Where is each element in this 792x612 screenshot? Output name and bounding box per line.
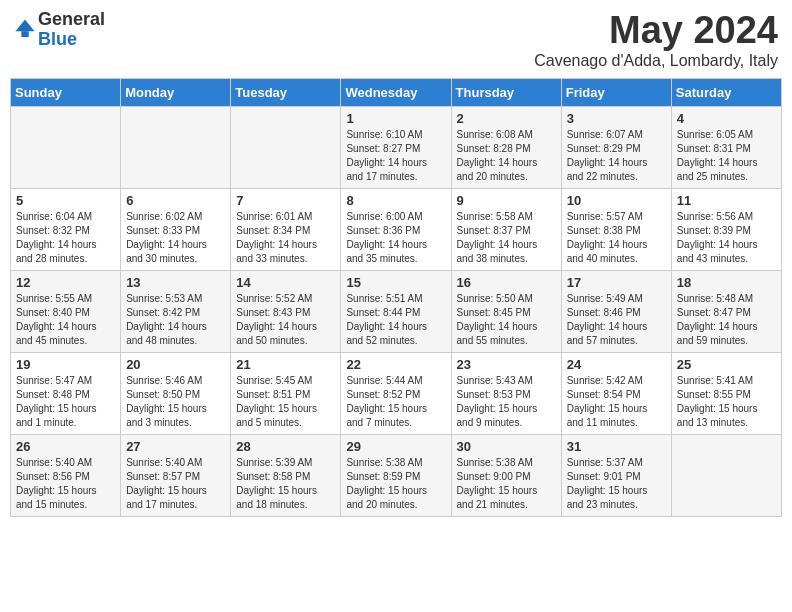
day-number: 7 xyxy=(236,193,335,208)
day-info: Sunrise: 6:10 AM Sunset: 8:27 PM Dayligh… xyxy=(346,128,445,184)
day-number: 24 xyxy=(567,357,666,372)
day-info: Sunrise: 5:43 AM Sunset: 8:53 PM Dayligh… xyxy=(457,374,556,430)
day-number: 13 xyxy=(126,275,225,290)
calendar-cell: 28Sunrise: 5:39 AM Sunset: 8:58 PM Dayli… xyxy=(231,434,341,516)
calendar-week-row: 5Sunrise: 6:04 AM Sunset: 8:32 PM Daylig… xyxy=(11,188,782,270)
day-number: 12 xyxy=(16,275,115,290)
day-number: 28 xyxy=(236,439,335,454)
title-block: May 2024 Cavenago d'Adda, Lombardy, Ital… xyxy=(534,10,778,70)
weekday-header: Tuesday xyxy=(231,78,341,106)
calendar-cell: 18Sunrise: 5:48 AM Sunset: 8:47 PM Dayli… xyxy=(671,270,781,352)
calendar-cell: 3Sunrise: 6:07 AM Sunset: 8:29 PM Daylig… xyxy=(561,106,671,188)
weekday-header: Wednesday xyxy=(341,78,451,106)
day-number: 5 xyxy=(16,193,115,208)
calendar-cell: 7Sunrise: 6:01 AM Sunset: 8:34 PM Daylig… xyxy=(231,188,341,270)
day-info: Sunrise: 5:48 AM Sunset: 8:47 PM Dayligh… xyxy=(677,292,776,348)
day-number: 15 xyxy=(346,275,445,290)
calendar-cell: 9Sunrise: 5:58 AM Sunset: 8:37 PM Daylig… xyxy=(451,188,561,270)
day-number: 17 xyxy=(567,275,666,290)
calendar-cell: 29Sunrise: 5:38 AM Sunset: 8:59 PM Dayli… xyxy=(341,434,451,516)
calendar-cell: 1Sunrise: 6:10 AM Sunset: 8:27 PM Daylig… xyxy=(341,106,451,188)
day-info: Sunrise: 5:55 AM Sunset: 8:40 PM Dayligh… xyxy=(16,292,115,348)
day-info: Sunrise: 5:56 AM Sunset: 8:39 PM Dayligh… xyxy=(677,210,776,266)
day-number: 1 xyxy=(346,111,445,126)
calendar-cell xyxy=(671,434,781,516)
calendar-cell: 5Sunrise: 6:04 AM Sunset: 8:32 PM Daylig… xyxy=(11,188,121,270)
calendar-cell: 16Sunrise: 5:50 AM Sunset: 8:45 PM Dayli… xyxy=(451,270,561,352)
calendar-cell: 8Sunrise: 6:00 AM Sunset: 8:36 PM Daylig… xyxy=(341,188,451,270)
day-number: 2 xyxy=(457,111,556,126)
day-info: Sunrise: 5:47 AM Sunset: 8:48 PM Dayligh… xyxy=(16,374,115,430)
calendar-cell: 10Sunrise: 5:57 AM Sunset: 8:38 PM Dayli… xyxy=(561,188,671,270)
day-number: 25 xyxy=(677,357,776,372)
day-info: Sunrise: 5:37 AM Sunset: 9:01 PM Dayligh… xyxy=(567,456,666,512)
day-info: Sunrise: 5:49 AM Sunset: 8:46 PM Dayligh… xyxy=(567,292,666,348)
weekday-header: Sunday xyxy=(11,78,121,106)
calendar-week-row: 1Sunrise: 6:10 AM Sunset: 8:27 PM Daylig… xyxy=(11,106,782,188)
day-number: 31 xyxy=(567,439,666,454)
calendar-week-row: 26Sunrise: 5:40 AM Sunset: 8:56 PM Dayli… xyxy=(11,434,782,516)
calendar-cell xyxy=(121,106,231,188)
day-info: Sunrise: 5:50 AM Sunset: 8:45 PM Dayligh… xyxy=(457,292,556,348)
calendar-cell: 20Sunrise: 5:46 AM Sunset: 8:50 PM Dayli… xyxy=(121,352,231,434)
day-info: Sunrise: 5:57 AM Sunset: 8:38 PM Dayligh… xyxy=(567,210,666,266)
calendar-cell: 23Sunrise: 5:43 AM Sunset: 8:53 PM Dayli… xyxy=(451,352,561,434)
day-number: 10 xyxy=(567,193,666,208)
weekday-header: Saturday xyxy=(671,78,781,106)
calendar-cell: 30Sunrise: 5:38 AM Sunset: 9:00 PM Dayli… xyxy=(451,434,561,516)
weekday-header: Friday xyxy=(561,78,671,106)
day-number: 18 xyxy=(677,275,776,290)
day-number: 22 xyxy=(346,357,445,372)
calendar-cell: 22Sunrise: 5:44 AM Sunset: 8:52 PM Dayli… xyxy=(341,352,451,434)
logo-blue-text: Blue xyxy=(38,29,77,49)
day-info: Sunrise: 6:04 AM Sunset: 8:32 PM Dayligh… xyxy=(16,210,115,266)
calendar-cell: 26Sunrise: 5:40 AM Sunset: 8:56 PM Dayli… xyxy=(11,434,121,516)
day-info: Sunrise: 5:45 AM Sunset: 8:51 PM Dayligh… xyxy=(236,374,335,430)
day-info: Sunrise: 5:38 AM Sunset: 8:59 PM Dayligh… xyxy=(346,456,445,512)
day-number: 20 xyxy=(126,357,225,372)
calendar-cell: 6Sunrise: 6:02 AM Sunset: 8:33 PM Daylig… xyxy=(121,188,231,270)
calendar-week-row: 12Sunrise: 5:55 AM Sunset: 8:40 PM Dayli… xyxy=(11,270,782,352)
day-number: 30 xyxy=(457,439,556,454)
weekday-header: Monday xyxy=(121,78,231,106)
logo-icon xyxy=(14,18,36,40)
logo-general-text: General xyxy=(38,9,105,29)
calendar-cell: 4Sunrise: 6:05 AM Sunset: 8:31 PM Daylig… xyxy=(671,106,781,188)
day-info: Sunrise: 5:40 AM Sunset: 8:57 PM Dayligh… xyxy=(126,456,225,512)
calendar-cell: 13Sunrise: 5:53 AM Sunset: 8:42 PM Dayli… xyxy=(121,270,231,352)
calendar-cell: 12Sunrise: 5:55 AM Sunset: 8:40 PM Dayli… xyxy=(11,270,121,352)
day-info: Sunrise: 5:40 AM Sunset: 8:56 PM Dayligh… xyxy=(16,456,115,512)
calendar-cell xyxy=(231,106,341,188)
calendar-cell: 19Sunrise: 5:47 AM Sunset: 8:48 PM Dayli… xyxy=(11,352,121,434)
day-info: Sunrise: 5:44 AM Sunset: 8:52 PM Dayligh… xyxy=(346,374,445,430)
day-info: Sunrise: 5:38 AM Sunset: 9:00 PM Dayligh… xyxy=(457,456,556,512)
day-info: Sunrise: 5:58 AM Sunset: 8:37 PM Dayligh… xyxy=(457,210,556,266)
location-subtitle: Cavenago d'Adda, Lombardy, Italy xyxy=(534,52,778,70)
day-number: 16 xyxy=(457,275,556,290)
calendar-cell: 15Sunrise: 5:51 AM Sunset: 8:44 PM Dayli… xyxy=(341,270,451,352)
day-info: Sunrise: 6:05 AM Sunset: 8:31 PM Dayligh… xyxy=(677,128,776,184)
day-number: 29 xyxy=(346,439,445,454)
day-number: 9 xyxy=(457,193,556,208)
calendar-cell: 17Sunrise: 5:49 AM Sunset: 8:46 PM Dayli… xyxy=(561,270,671,352)
svg-marker-0 xyxy=(15,19,34,31)
day-info: Sunrise: 5:42 AM Sunset: 8:54 PM Dayligh… xyxy=(567,374,666,430)
day-number: 27 xyxy=(126,439,225,454)
calendar-week-row: 19Sunrise: 5:47 AM Sunset: 8:48 PM Dayli… xyxy=(11,352,782,434)
calendar-cell: 11Sunrise: 5:56 AM Sunset: 8:39 PM Dayli… xyxy=(671,188,781,270)
logo: General Blue xyxy=(14,10,105,50)
day-info: Sunrise: 5:39 AM Sunset: 8:58 PM Dayligh… xyxy=(236,456,335,512)
day-number: 6 xyxy=(126,193,225,208)
day-number: 26 xyxy=(16,439,115,454)
day-info: Sunrise: 6:02 AM Sunset: 8:33 PM Dayligh… xyxy=(126,210,225,266)
day-info: Sunrise: 6:07 AM Sunset: 8:29 PM Dayligh… xyxy=(567,128,666,184)
day-number: 21 xyxy=(236,357,335,372)
day-info: Sunrise: 5:53 AM Sunset: 8:42 PM Dayligh… xyxy=(126,292,225,348)
day-info: Sunrise: 6:00 AM Sunset: 8:36 PM Dayligh… xyxy=(346,210,445,266)
day-number: 3 xyxy=(567,111,666,126)
page-header: General Blue May 2024 Cavenago d'Adda, L… xyxy=(10,10,782,70)
day-number: 14 xyxy=(236,275,335,290)
calendar-cell: 21Sunrise: 5:45 AM Sunset: 8:51 PM Dayli… xyxy=(231,352,341,434)
day-number: 11 xyxy=(677,193,776,208)
day-number: 23 xyxy=(457,357,556,372)
